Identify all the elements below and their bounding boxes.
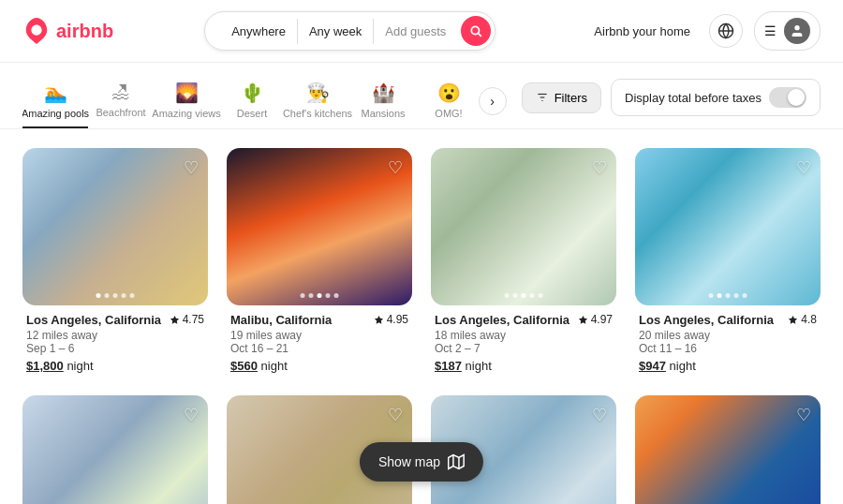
category-label-amazing-views: Amazing views [152,108,220,119]
header-right: Airbnb your home ☰ [586,11,821,51]
show-map-button[interactable]: Show map [360,442,483,482]
image-dots [505,293,543,298]
star-icon [170,315,180,325]
card-rating: 4.97 [578,313,613,326]
card-distance: 18 miles away [435,329,613,342]
card-location: Los Angeles, California [639,313,774,327]
card-rating: 4.75 [170,313,204,326]
display-taxes-toggle[interactable] [769,87,806,108]
listing-image: ♡ [22,148,208,305]
wishlist-button[interactable]: ♡ [184,405,199,425]
star-icon [788,315,798,325]
category-item-amazing-views[interactable]: 🌄 Amazing views [154,74,219,128]
wishlist-button[interactable]: ♡ [592,157,607,178]
card-info: Los Angeles, California 4.8 20 miles awa… [635,305,821,377]
wishlist-button[interactable]: ♡ [796,157,811,178]
card-dates: Oct 11 – 16 [639,342,817,355]
show-map-label: Show map [378,454,440,469]
category-item-desert[interactable]: 🌵 Desert [219,74,285,128]
search-location[interactable]: Anywhere [220,19,298,44]
price-value: $1,800 [26,359,64,373]
listing-image: ♡ [431,148,616,305]
category-label-amazing-pools: Amazing pools [22,108,89,119]
card-price: $947 night [639,359,817,373]
user-menu-button[interactable]: ☰ [754,11,821,51]
dot-1 [717,293,722,298]
price-suffix: night [670,359,696,373]
listing-card-2[interactable]: ♡ Malibu, California 4.95 19 miles away … [227,148,412,377]
dot-4 [743,293,747,298]
price-value: $560 [230,359,258,373]
card-top: Los Angeles, California 4.8 [639,313,817,327]
card-location: Malibu, California [230,313,332,327]
category-item-mansions[interactable]: 🏰 Mansions [350,74,416,128]
card-top: Los Angeles, California 4.75 [26,313,204,327]
listing-card-1[interactable]: ♡ Los Angeles, California 4.75 12 miles … [22,148,208,377]
card-location: Los Angeles, California [435,313,569,327]
category-label-beachfront: Beachfront [96,107,145,118]
listing-card-5[interactable]: ♡ Los Angeles, California 4.9 15 miles a… [22,395,208,504]
hamburger-icon: ☰ [764,23,776,38]
listing-card-8[interactable]: ♡ Los Angeles, California 4.88 25 miles … [635,395,821,504]
category-icon-beachfront: 🏖 [111,82,130,103]
avatar [784,18,810,44]
category-item-omg[interactable]: 😮 OMG! [416,74,479,128]
dot-2 [113,293,118,298]
category-icon-mansions: 🏰 [372,82,395,104]
dot-1 [105,293,110,298]
airbnb-logo[interactable]: airbnb [22,17,113,45]
category-item-amazing-pools[interactable]: 🏊 Amazing pools [22,74,88,128]
listing-card-3[interactable]: ♡ Los Angeles, California 4.97 18 miles … [431,148,616,377]
wishlist-button[interactable]: ♡ [184,157,199,178]
wishlist-button[interactable]: ♡ [388,405,403,425]
map-icon [448,453,465,470]
category-label-desert: Desert [237,108,267,119]
card-dates: Oct 2 – 7 [435,342,613,355]
category-label-omg: OMG! [435,108,462,119]
card-distance: 12 miles away [26,329,204,342]
category-icon-chefs-kitchens: 👨‍🍳 [306,82,330,104]
card-dates: Sep 1 – 6 [26,342,204,355]
dot-0 [96,293,101,298]
card-price: $560 night [230,359,408,373]
category-item-chefs-kitchens[interactable]: 👨‍🍳 Chef's kitchens [285,74,350,128]
card-dates: Oct 16 – 21 [230,342,408,355]
search-button[interactable] [461,16,491,46]
search-guests[interactable]: Add guests [374,19,457,44]
card-location: Los Angeles, California [26,313,161,327]
star-icon [578,315,588,325]
airbnb-your-home-link[interactable]: Airbnb your home [586,17,698,46]
price-value: $187 [435,359,462,373]
listing-image: ♡ [635,148,821,305]
dot-0 [505,293,510,298]
filters-icon [536,91,549,104]
dot-4 [539,293,543,298]
search-icon [469,24,482,37]
price-suffix: night [261,359,288,373]
display-taxes-label: Display total before taxes [625,91,762,105]
dot-2 [522,293,526,298]
category-icon-desert: 🌵 [241,82,264,104]
filters-button[interactable]: Filters [522,82,601,113]
svg-marker-10 [579,316,587,324]
wishlist-button[interactable]: ♡ [388,157,403,178]
card-top: Los Angeles, California 4.97 [435,313,613,327]
listing-image: ♡ [227,148,412,305]
language-button[interactable] [709,14,743,48]
user-icon [790,23,805,38]
categories-next-button[interactable]: › [479,87,507,115]
wishlist-button[interactable]: ♡ [592,405,607,425]
card-price: $1,800 night [26,359,204,373]
category-item-beachfront[interactable]: 🏖 Beachfront [88,74,154,128]
search-dates[interactable]: Any week [298,19,374,44]
airbnb-logo-icon [22,17,51,45]
card-rating: 4.8 [788,313,817,326]
listing-card-4[interactable]: ♡ Los Angeles, California 4.8 20 miles a… [635,148,821,377]
dot-2 [726,293,731,298]
wishlist-button[interactable]: ♡ [796,405,811,425]
card-distance: 20 miles away [639,329,817,342]
dot-4 [334,293,339,298]
category-icon-omg: 😮 [437,82,461,104]
search-bar[interactable]: Anywhere Any week Add guests [204,11,495,51]
listing-image: ♡ [22,395,208,504]
